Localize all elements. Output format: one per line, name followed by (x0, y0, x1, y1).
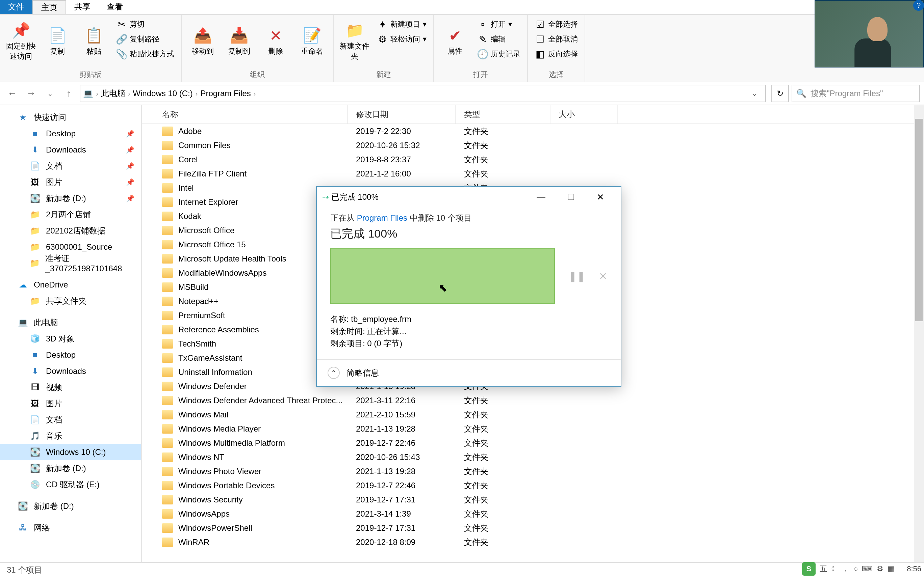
nav-quick-access[interactable]: ★快速访问 (0, 109, 141, 126)
collapse-details-button[interactable]: ⌃ (328, 367, 340, 379)
nav-desktop[interactable]: ■Desktop📌 (0, 126, 141, 142)
nav-folder-4[interactable]: 📁准考证_3707251987101648 (0, 255, 141, 271)
table-row[interactable]: Windows Photo Viewer2021-1-13 19:28文件夹 (142, 464, 924, 479)
nav-c-drive[interactable]: 💽Windows 10 (C:) (0, 444, 141, 460)
bc-dropdown-button[interactable]: ⌄ (746, 85, 762, 102)
tab-home[interactable]: 主页 (32, 0, 66, 14)
nav-up-button[interactable]: ↑ (61, 85, 77, 102)
nav-d-drive-3[interactable]: 💽新加卷 (D:) (0, 498, 141, 514)
new-folder-button[interactable]: 📁新建文件夹 (338, 17, 372, 66)
nav-folder-1[interactable]: 📁2月两个店铺 (0, 206, 141, 223)
rename-button[interactable]: 📝重命名 (295, 17, 329, 66)
dialog-source-link[interactable]: Program Files (357, 213, 407, 222)
properties-button[interactable]: ✔属性 (438, 17, 472, 66)
refresh-button[interactable]: ↻ (771, 85, 789, 102)
history-button[interactable]: 🕘历史记录 (475, 47, 523, 61)
nav-shared[interactable]: 📁共享文件夹 (0, 293, 141, 309)
table-row[interactable]: FileZilla FTP Client2021-1-2 16:00文件夹 (142, 167, 924, 181)
nav-folder-2[interactable]: 📁202102店铺数据 (0, 223, 141, 239)
easy-access-button[interactable]: ⚙轻松访问▾ (374, 32, 429, 47)
dialog-titlebar[interactable]: ⇢ 已完成 100% — ☐ ✕ (317, 187, 621, 207)
cancel-button[interactable]: ✕ (599, 270, 607, 282)
nav-downloads-2[interactable]: ⬇Downloads (0, 363, 141, 379)
nav-thispc[interactable]: 💻此电脑 (0, 314, 141, 331)
nav-onedrive[interactable]: ☁OneDrive (0, 277, 141, 293)
move-to-button[interactable]: 📤移动到 (186, 17, 220, 66)
nav-back-button[interactable]: ← (4, 85, 20, 102)
tab-share[interactable]: 共享 (66, 0, 99, 14)
pin-to-quick-button[interactable]: 📌固定到快速访问 (4, 17, 38, 66)
nav-desktop-2[interactable]: ■Desktop (0, 347, 141, 363)
table-row[interactable]: Windows Portable Devices2019-12-7 22:46文… (142, 479, 924, 493)
obj3d-icon: 🧊 (30, 334, 40, 343)
minimize-button[interactable]: — (526, 188, 556, 206)
table-row[interactable]: Common Files2020-10-26 15:32文件夹 (142, 139, 924, 153)
close-button[interactable]: ✕ (586, 188, 615, 206)
nav-documents-2[interactable]: 📄文档 (0, 412, 141, 428)
clock-text[interactable]: 8:56 (907, 564, 921, 573)
edit-button[interactable]: ✎编辑 (475, 32, 523, 47)
maximize-button[interactable]: ☐ (556, 188, 586, 206)
nav-folder-3[interactable]: 📁63000001_Source (0, 239, 141, 255)
nav-3d[interactable]: 🧊3D 对象 (0, 331, 141, 347)
col-type[interactable]: 类型 (456, 105, 551, 124)
vertical-scrollbar[interactable] (914, 105, 924, 562)
ime-icon[interactable]: S (802, 562, 816, 575)
nav-cd-drive[interactable]: 💿CD 驱动器 (E:) (0, 477, 141, 493)
table-row[interactable]: WinRAR2020-12-18 8:09文件夹 (142, 535, 924, 549)
copy-button[interactable]: 📄复制 (40, 17, 74, 66)
file-name: Windows Portable Devices (178, 481, 275, 490)
invert-button[interactable]: ◧反向选择 (532, 47, 580, 61)
search-input[interactable]: 🔍 搜索"Program Files" (792, 85, 920, 102)
file-name: TechSmith (178, 339, 216, 348)
folder-icon (162, 240, 173, 249)
bc-folder[interactable]: Program Files (200, 89, 250, 98)
paste-shortcut-button[interactable]: 📎粘贴快捷方式 (113, 47, 177, 61)
tab-file[interactable]: 文件 (0, 0, 32, 14)
brief-info-label[interactable]: 简略信息 (347, 367, 379, 378)
nav-pictures-2[interactable]: 🖼图片 (0, 395, 141, 412)
nav-downloads[interactable]: ⬇Downloads📌 (0, 142, 141, 158)
nav-forward-button[interactable]: → (23, 85, 39, 102)
table-row[interactable]: Corel2019-8-8 23:37文件夹 (142, 153, 924, 167)
tab-view[interactable]: 查看 (99, 0, 131, 14)
nav-network[interactable]: 🖧网络 (0, 520, 141, 536)
nav-documents[interactable]: 📄文档📌 (0, 158, 141, 174)
scrollbar-thumb[interactable] (915, 119, 922, 321)
cut-button[interactable]: ✂剪切 (113, 17, 177, 32)
open-button[interactable]: ▫打开▾ (475, 17, 523, 32)
nav-pictures[interactable]: 🖼图片📌 (0, 174, 141, 190)
bc-thispc[interactable]: 此电脑 (101, 88, 125, 99)
copy-to-button[interactable]: 📥复制到 (222, 17, 256, 66)
help-badge-icon[interactable]: ? (913, 0, 924, 11)
col-date[interactable]: 修改日期 (348, 105, 456, 124)
paste-button[interactable]: 📋粘贴 (77, 17, 111, 66)
new-item-button[interactable]: ✦新建项目▾ (374, 17, 429, 32)
col-name[interactable]: 名称 (142, 105, 348, 124)
table-row[interactable]: Windows Multimedia Platform2019-12-7 22:… (142, 436, 924, 450)
table-row[interactable]: WindowsApps2021-3-14 1:39文件夹 (142, 507, 924, 521)
nav-d-drive-2[interactable]: 💽新加卷 (D:) (0, 460, 141, 477)
bc-drive[interactable]: Windows 10 (C:) (133, 89, 192, 98)
breadcrumb[interactable]: 💻› 此电脑› Windows 10 (C:)› Program Files› … (80, 85, 766, 102)
bc-pc-icon[interactable]: 💻 (83, 89, 93, 98)
pause-button[interactable]: ❚❚ (569, 270, 585, 282)
table-row[interactable]: WindowsPowerShell2019-12-7 17:31文件夹 (142, 521, 924, 535)
nav-videos[interactable]: 🎞视频 (0, 379, 141, 395)
table-row[interactable]: Adobe2019-7-2 22:30文件夹 (142, 124, 924, 139)
copy-path-button[interactable]: 🔗复制路径 (113, 32, 177, 47)
delete-button[interactable]: ✕删除 (259, 17, 292, 66)
table-row[interactable]: Windows Mail2021-2-10 15:59文件夹 (142, 408, 924, 422)
select-none-button[interactable]: ☐全部取消 (532, 32, 580, 47)
col-size[interactable]: 大小 (551, 105, 618, 124)
nav-recent-button[interactable]: ⌄ (42, 85, 58, 102)
new-group-label: 新建 (338, 68, 429, 80)
table-row[interactable]: Windows Security2019-12-7 17:31文件夹 (142, 493, 924, 507)
nav-d-drive-1[interactable]: 💽新加卷 (D:)📌 (0, 190, 141, 206)
new-folder-icon: 📁 (345, 21, 364, 40)
select-all-button[interactable]: ☑全部选择 (532, 17, 580, 32)
table-row[interactable]: Windows Defender Advanced Threat Protec.… (142, 393, 924, 408)
table-row[interactable]: Windows NT2020-10-26 15:43文件夹 (142, 450, 924, 464)
table-row[interactable]: Windows Media Player2021-1-13 19:28文件夹 (142, 422, 924, 436)
nav-music[interactable]: 🎵音乐 (0, 428, 141, 444)
